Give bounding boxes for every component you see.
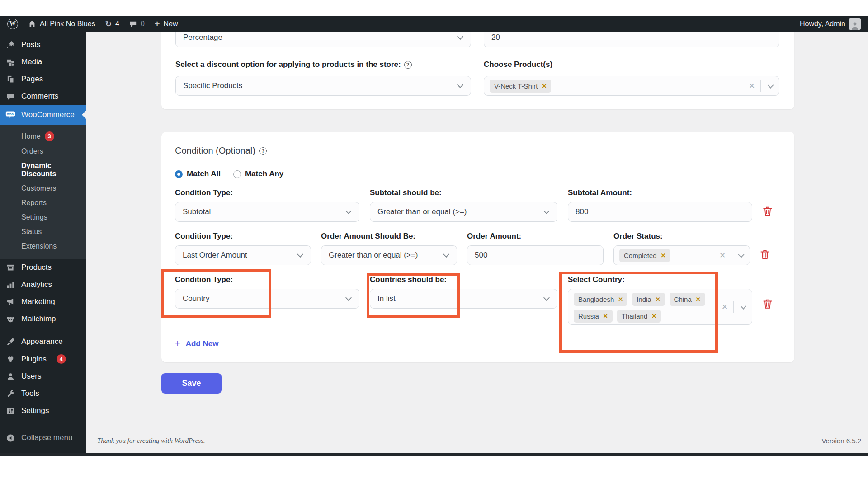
delete-condition-button[interactable] (760, 249, 770, 262)
site-name-link[interactable]: All Pink No Blues (28, 20, 95, 28)
select-country-label: Select Country: (568, 275, 752, 284)
remove-tag-icon[interactable] (542, 83, 547, 89)
plugins-badge: 4 (57, 354, 66, 364)
submenu-item-dynamic-discounts[interactable]: Dynamic Discounts (0, 159, 86, 181)
sidebar-item-settings[interactable]: Settings (0, 402, 86, 419)
submenu-label: Extensions (21, 242, 57, 250)
condition-col: Order Amount Should Be: Greater than or … (321, 232, 457, 265)
match-all-radio[interactable]: Match All (175, 169, 221, 178)
collapse-menu-button[interactable]: Collapse menu (0, 429, 86, 446)
product-tag: V-Neck T-Shirt (490, 80, 551, 93)
trash-icon (760, 249, 770, 260)
condition-type-select[interactable]: Subtotal (175, 202, 359, 222)
paintbrush-icon (5, 337, 15, 346)
chevron-down-icon[interactable] (761, 84, 779, 88)
sidebar-item-analytics[interactable]: Analytics (0, 276, 86, 293)
clear-selection-icon[interactable] (716, 302, 733, 312)
choose-products-multiselect[interactable]: V-Neck T-Shirt (484, 76, 779, 96)
wordpress-logo-icon[interactable] (7, 19, 18, 29)
submenu-item-extensions[interactable]: Extensions (0, 239, 86, 253)
sidebar-item-comments[interactable]: Comments (0, 88, 86, 105)
chevron-down-icon[interactable] (731, 253, 750, 258)
chevron-down-icon (345, 208, 352, 214)
comments-icon (5, 92, 15, 101)
chevron-down-icon[interactable] (734, 305, 752, 309)
submenu-item-reports[interactable]: Reports (0, 196, 86, 210)
account-menu[interactable]: Howdy, Admin (800, 18, 861, 30)
remove-tag-icon[interactable] (696, 296, 701, 303)
sidebar-item-marketing[interactable]: Marketing (0, 293, 86, 310)
sidebar-item-media[interactable]: Media (0, 53, 86, 70)
chevron-down-icon (457, 82, 463, 88)
sidebar-item-pages[interactable]: Pages (0, 70, 86, 88)
remove-tag-icon[interactable] (618, 296, 623, 303)
multiselect-controls (716, 289, 752, 324)
submenu-item-orders[interactable]: Orders (0, 144, 86, 159)
sidebar-item-plugins[interactable]: Plugins 4 (0, 350, 86, 368)
discount-option-select[interactable]: Specific Products (175, 76, 471, 96)
remove-tag-icon[interactable] (656, 296, 660, 303)
clear-selection-icon[interactable] (743, 81, 760, 91)
save-button[interactable]: Save (161, 373, 222, 394)
match-any-radio[interactable]: Match Any (233, 169, 283, 178)
clear-selection-icon[interactable] (714, 251, 731, 260)
country-tag-label: Russia (578, 312, 599, 320)
submenu-label: Status (21, 228, 42, 236)
subtotal-operator-label: Subtotal should be: (370, 188, 557, 197)
sidebar-item-label: Mailchimp (21, 314, 56, 324)
order-status-multiselect[interactable]: Completed (613, 245, 750, 265)
chevron-down-icon (297, 251, 303, 258)
delete-condition-button[interactable] (763, 206, 773, 218)
add-new-condition-link[interactable]: + Add New (175, 338, 218, 349)
order-amount-input[interactable]: 500 (467, 245, 604, 265)
sidebar-item-tools[interactable]: Tools (0, 385, 86, 402)
updates-link[interactable]: 4 (105, 19, 119, 29)
comments-link[interactable]: 0 (129, 20, 145, 28)
submenu-item-status[interactable]: Status (0, 225, 86, 239)
megaphone-icon (5, 297, 15, 306)
sidebar-item-appearance[interactable]: Appearance (0, 333, 86, 350)
submenu-label: Home (21, 132, 41, 141)
sidebar-item-mailchimp[interactable]: Mailchimp (0, 310, 86, 328)
sidebar-item-posts[interactable]: Posts (0, 36, 86, 53)
subtotal-amount-input[interactable]: 800 (568, 202, 752, 222)
submenu-item-settings[interactable]: Settings (0, 210, 86, 225)
new-content-link[interactable]: New (155, 19, 178, 29)
sidebar-item-users[interactable]: Users (0, 368, 86, 385)
footer-version: Version 6.5.2 (821, 437, 861, 445)
sidebar-item-products[interactable]: Products (0, 259, 86, 276)
condition-type-select[interactable]: Last Order Amount (175, 245, 311, 265)
sidebar-item-label: Users (21, 372, 41, 381)
submenu-label: Orders (21, 147, 43, 155)
submenu-label: Reports (21, 199, 47, 207)
country-tag: Thailand (617, 310, 661, 323)
discount-type-select[interactable]: Percentage (175, 32, 471, 47)
condition-type-label: Condition Type: (175, 232, 311, 241)
country-tag: China (670, 293, 705, 306)
select-country-multiselect[interactable]: Bangladesh India China (568, 289, 752, 325)
order-amount-operator-select[interactable]: Greater than or equal (>=) (321, 245, 457, 265)
submenu-item-home[interactable]: Home 3 (0, 128, 86, 144)
home-icon (28, 20, 36, 28)
site-name: All Pink No Blues (40, 20, 95, 28)
subtotal-operator-select[interactable]: Greater than or equal (>=) (370, 202, 557, 222)
chevron-down-icon (543, 295, 550, 301)
sidebar-item-woocommerce[interactable]: Woo WooCommerce (0, 105, 86, 125)
home-badge: 3 (45, 131, 54, 141)
condition-type-select[interactable]: Country (175, 289, 359, 309)
avatar[interactable] (849, 18, 861, 30)
remove-tag-icon[interactable] (603, 313, 608, 319)
discount-amount-value: 20 (491, 33, 500, 42)
countries-operator-select[interactable]: In list (370, 289, 557, 309)
submenu-label: Settings (21, 213, 47, 221)
submenu-item-customers[interactable]: Customers (0, 181, 86, 196)
order-status-label: Order Status: (613, 232, 750, 241)
user-avatar-icon (850, 21, 859, 30)
country-tag: Russia (574, 310, 613, 323)
sidebar: Posts Media Pages Comments Woo (0, 32, 86, 453)
delete-condition-button[interactable] (763, 299, 773, 311)
discount-amount-input[interactable]: 20 (484, 32, 779, 47)
remove-tag-icon[interactable] (661, 252, 666, 259)
remove-tag-icon[interactable] (651, 313, 656, 319)
bar-chart-icon (5, 280, 15, 289)
